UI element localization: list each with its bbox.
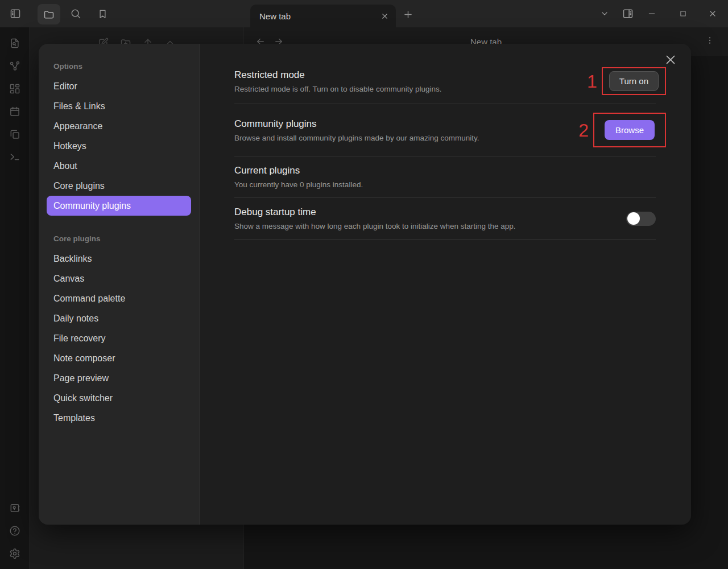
setting-description: Show a message with how long each plugin… [234,222,516,230]
sidebar-item-command-palette[interactable]: Command palette [47,288,191,308]
sidebar-item-page-preview[interactable]: Page preview [47,368,191,388]
browse-button[interactable]: Browse [605,120,655,140]
new-tab-button[interactable] [400,8,415,20]
vault-switcher-button[interactable] [9,502,21,514]
setting-description: You currently have 0 plugins installed. [234,180,363,189]
sidebar-item-files-links[interactable]: Files & Links [47,96,191,116]
settings-content: Restricted mode Restricted mode is off. … [200,44,691,525]
vault-icon [9,502,20,514]
sidebar-item-quick-switcher[interactable]: Quick switcher [47,388,191,408]
left-sidebar-toggle-button[interactable] [8,7,23,20]
sidebar-item-file-recovery[interactable]: File recovery [47,328,191,348]
close-icon [380,12,389,20]
folder-icon [43,9,55,20]
tab-new-tab[interactable]: New tab [250,5,396,27]
debug-startup-toggle[interactable] [626,212,656,226]
sidebar-item-canvas[interactable]: Canvas [47,269,191,288]
setting-description: Restricted mode is off. Turn on to disab… [234,85,441,93]
setting-name: Debug startup time [234,207,516,218]
search-view-button[interactable] [68,7,83,20]
command-palette-button[interactable] [9,151,21,163]
sidebar-item-daily-notes[interactable]: Daily notes [47,308,191,328]
turn-on-button[interactable]: Turn on [609,71,659,91]
chevron-down-icon [600,9,609,18]
setting-debug-startup-time: Debug startup time Show a message with h… [234,198,656,240]
calendar-icon [9,106,20,117]
sidebar-item-editor[interactable]: Editor [47,76,191,96]
obsidian-window: New tab [0,0,728,569]
sidebar-item-appearance[interactable]: Appearance [47,116,191,136]
templates-button[interactable] [9,128,21,141]
bookmarks-view-button[interactable] [95,7,110,20]
sidebar-item-backlinks[interactable]: Backlinks [47,249,191,269]
settings-button[interactable] [9,547,21,560]
tab-title: New tab [259,11,380,21]
tab-list-dropdown-button[interactable] [598,7,611,20]
setting-name: Restricted mode [234,69,441,81]
sidebar-item-about[interactable]: About [47,156,191,176]
file-search-icon [9,38,20,49]
daily-note-button[interactable] [9,105,21,118]
modal-close-button[interactable] [664,53,677,67]
close-icon [708,9,717,18]
layout-dashboard-icon [9,83,20,94]
plus-icon [403,9,413,20]
setting-community-plugins: Community plugins Browse and install com… [234,104,656,156]
minimize-icon [647,9,656,18]
settings-modal: Options Editor Files & Links Appearance … [39,44,691,525]
maximize-icon [679,10,687,18]
annotation-box-2: Browse [593,113,666,147]
sidebar-item-community-plugins[interactable]: Community plugins [47,196,191,216]
panel-right-icon [622,8,634,19]
setting-description: Browse and install community plugins mad… [234,134,479,142]
more-options-button[interactable] [705,36,714,47]
graph-icon [9,60,20,72]
search-icon [70,8,81,19]
panel-left-icon [10,8,21,19]
setting-name: Community plugins [234,118,479,130]
setting-restricted-mode: Restricted mode Restricted mode is off. … [234,59,656,104]
terminal-icon [9,151,20,163]
right-sidebar-toggle-button[interactable] [621,7,635,20]
help-button[interactable] [9,525,21,537]
annotation-box-1: Turn on [602,67,666,95]
toggle-knob [627,212,640,225]
titlebar: New tab [0,0,728,27]
graph-view-button[interactable] [9,60,21,72]
copy-icon [9,129,20,140]
help-icon [9,525,20,537]
minimize-button[interactable] [645,7,659,20]
settings-sidebar: Options Editor Files & Links Appearance … [39,44,200,525]
left-ribbon [0,27,30,569]
sidebar-item-core-plugins[interactable]: Core plugins [47,176,191,196]
window-close-button[interactable] [706,7,719,20]
tab-close-button[interactable] [380,12,389,20]
close-icon [664,53,677,66]
sidebar-item-hotkeys[interactable]: Hotkeys [47,136,191,156]
sidebar-item-templates[interactable]: Templates [47,408,191,428]
kebab-icon [705,36,714,45]
maximize-button[interactable] [676,7,690,20]
search-file-button[interactable] [9,37,21,50]
setting-name: Current plugins [234,165,363,176]
gear-icon [9,548,20,559]
annotation-number-2: 2 [578,121,589,139]
files-view-button[interactable] [38,4,60,24]
canvas-button[interactable] [9,83,21,95]
sidebar-section-core-plugins: Core plugins [47,234,191,243]
setting-current-plugins: Current plugins You currently have 0 plu… [234,156,656,198]
annotation-number-1: 1 [587,72,597,90]
bookmark-icon [97,9,108,19]
sidebar-item-note-composer[interactable]: Note composer [47,348,191,368]
sidebar-section-options: Options [47,62,191,71]
